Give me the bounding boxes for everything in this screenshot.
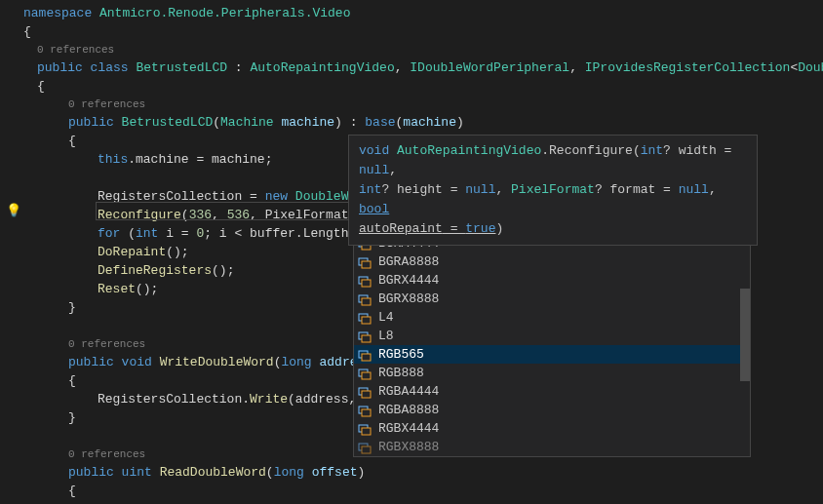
enum-member-icon bbox=[357, 329, 372, 344]
autocomplete-item-label: RGBX4444 bbox=[378, 421, 439, 436]
autocomplete-item[interactable]: BGRX4444 bbox=[354, 271, 750, 290]
autocomplete-item-label: BGRX4444 bbox=[378, 273, 439, 288]
svg-rect-5 bbox=[362, 261, 371, 268]
autocomplete-item-label: RGB888 bbox=[378, 366, 424, 380]
enum-member-icon bbox=[357, 366, 372, 381]
codelens-references[interactable]: 0 references bbox=[0, 96, 823, 113]
autocomplete-item[interactable]: RGB888 bbox=[354, 364, 750, 382]
enum-member-icon bbox=[357, 421, 372, 437]
autocomplete-item[interactable]: RGBA4444 bbox=[354, 382, 750, 401]
namespace-name: Antmicro.Renode.Peripherals.Video bbox=[92, 6, 350, 20]
autocomplete-item[interactable]: BGRX8888 bbox=[354, 290, 750, 308]
enum-member-icon bbox=[357, 291, 372, 307]
lightbulb-icon[interactable]: 💡 bbox=[6, 203, 21, 218]
autocomplete-item[interactable]: L4 bbox=[354, 308, 750, 327]
autocomplete-scrollbar[interactable] bbox=[740, 289, 750, 381]
svg-rect-13 bbox=[362, 335, 371, 342]
autocomplete-item[interactable]: RGBX8888 bbox=[354, 438, 750, 456]
enum-member-icon bbox=[357, 347, 372, 363]
autocomplete-item-label: L4 bbox=[378, 310, 394, 325]
signature-help-tooltip: void AutoRepaintingVideo.Reconfigure(int… bbox=[348, 135, 758, 246]
svg-rect-9 bbox=[362, 298, 371, 305]
svg-rect-19 bbox=[362, 391, 371, 398]
autocomplete-item-label: RGBA8888 bbox=[378, 403, 439, 417]
autocomplete-item-label: BGRA8888 bbox=[378, 254, 439, 269]
autocomplete-item[interactable]: L8 bbox=[354, 327, 750, 345]
autocomplete-item[interactable]: RGB565 bbox=[354, 345, 750, 364]
autocomplete-item-label: RGBX8888 bbox=[378, 440, 439, 454]
svg-rect-23 bbox=[362, 428, 371, 435]
enum-member-icon bbox=[357, 254, 372, 270]
autocomplete-item-label: RGBA4444 bbox=[378, 384, 439, 399]
autocomplete-item[interactable]: RGBX4444 bbox=[354, 419, 750, 438]
svg-rect-15 bbox=[362, 354, 371, 361]
autocomplete-item-label: RGB565 bbox=[378, 347, 424, 362]
svg-rect-25 bbox=[362, 446, 371, 453]
brace: { bbox=[0, 22, 823, 41]
autocomplete-item-label: BGRX8888 bbox=[378, 291, 439, 306]
keyword: namespace bbox=[23, 6, 92, 20]
svg-rect-7 bbox=[362, 280, 371, 287]
autocomplete-item[interactable]: RGBA8888 bbox=[354, 401, 750, 419]
enum-member-icon bbox=[357, 273, 372, 289]
enum-member-icon bbox=[357, 310, 372, 326]
svg-rect-11 bbox=[362, 317, 371, 324]
svg-rect-21 bbox=[362, 409, 371, 416]
enum-member-icon bbox=[357, 384, 372, 400]
autocomplete-popup[interactable]: BGR888BGRA4444BGRA8888BGRX4444BGRX8888L4… bbox=[353, 214, 751, 457]
autocomplete-item[interactable]: BGRA8888 bbox=[354, 252, 750, 271]
svg-rect-17 bbox=[362, 372, 371, 379]
autocomplete-item-label: L8 bbox=[378, 329, 394, 343]
enum-member-icon bbox=[357, 440, 372, 455]
codelens-references[interactable]: 0 references bbox=[0, 41, 823, 58]
enum-member-icon bbox=[357, 403, 372, 418]
